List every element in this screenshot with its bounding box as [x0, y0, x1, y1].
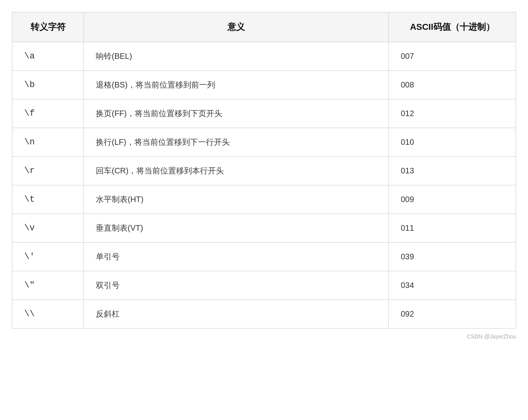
- cell-ascii: 034: [389, 271, 516, 300]
- cell-ascii: 039: [389, 243, 516, 271]
- table-row: \n换行(LF)，将当前位置移到下一行开头010: [12, 128, 516, 157]
- cell-meaning: 换行(LF)，将当前位置移到下一行开头: [84, 128, 389, 157]
- cell-ascii: 010: [389, 128, 516, 157]
- cell-ascii: 008: [389, 71, 516, 99]
- cell-escape-char: \\: [12, 300, 84, 329]
- cell-escape-char: \f: [12, 99, 84, 128]
- cell-escape-char: \": [12, 271, 84, 300]
- table-row: \f换页(FF)，将当前位置移到下页开头012: [12, 99, 516, 128]
- cell-meaning: 回车(CR)，将当前位置移到本行开头: [84, 157, 389, 185]
- table-row: \a响铃(BEL)007: [12, 42, 516, 71]
- table-row: \'单引号039: [12, 243, 516, 271]
- header-ascii: ASCII码值（十进制）: [389, 12, 516, 42]
- cell-ascii: 011: [389, 214, 516, 243]
- table-row: \"双引号034: [12, 271, 516, 300]
- table-row: \\反斜杠092: [12, 300, 516, 329]
- cell-meaning: 响铃(BEL): [84, 42, 389, 71]
- cell-meaning: 双引号: [84, 271, 389, 300]
- table-row: \b退格(BS)，将当前位置移到前一列008: [12, 71, 516, 99]
- table-row: \v垂直制表(VT)011: [12, 214, 516, 243]
- cell-ascii: 092: [389, 300, 516, 329]
- cell-escape-char: \': [12, 243, 84, 271]
- cell-escape-char: \b: [12, 71, 84, 99]
- cell-meaning: 垂直制表(VT): [84, 214, 389, 243]
- cell-escape-char: \a: [12, 42, 84, 71]
- cell-meaning: 单引号: [84, 243, 389, 271]
- cell-meaning: 水平制表(HT): [84, 185, 389, 214]
- cell-meaning: 反斜杠: [84, 300, 389, 329]
- header-escape-char: 转义字符: [12, 12, 84, 42]
- cell-escape-char: \n: [12, 128, 84, 157]
- cell-escape-char: \v: [12, 214, 84, 243]
- header-meaning: 意义: [84, 12, 389, 42]
- table-header-row: 转义字符 意义 ASCII码值（十进制）: [12, 12, 516, 42]
- cell-meaning: 退格(BS)，将当前位置移到前一列: [84, 71, 389, 99]
- cell-ascii: 013: [389, 157, 516, 185]
- cell-escape-char: \r: [12, 157, 84, 185]
- footer-note: CSDN @JayerZhou: [12, 333, 516, 340]
- escape-table: 转义字符 意义 ASCII码值（十进制） \a响铃(BEL)007\b退格(BS…: [12, 12, 516, 329]
- cell-ascii: 012: [389, 99, 516, 128]
- table-row: \t水平制表(HT)009: [12, 185, 516, 214]
- cell-meaning: 换页(FF)，将当前位置移到下页开头: [84, 99, 389, 128]
- cell-ascii: 007: [389, 42, 516, 71]
- cell-escape-char: \t: [12, 185, 84, 214]
- table-row: \r回车(CR)，将当前位置移到本行开头013: [12, 157, 516, 185]
- cell-ascii: 009: [389, 185, 516, 214]
